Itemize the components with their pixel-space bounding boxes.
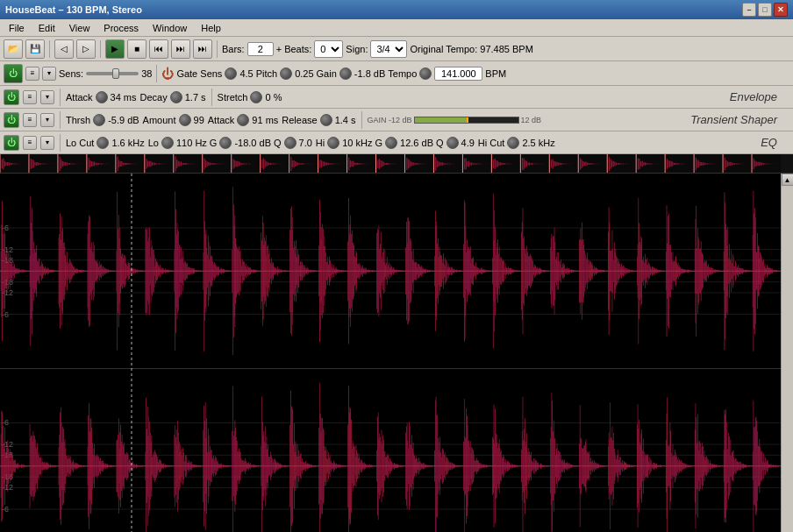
stop-button[interactable]: ■ [127, 39, 146, 59]
lo-q-label: Q [274, 138, 282, 148]
close-button[interactable]: ✕ [774, 3, 788, 17]
save-button[interactable]: 💾 [25, 39, 45, 59]
hi-g-label: G [375, 138, 382, 148]
open-button[interactable]: 📂 [4, 39, 23, 59]
hi-value: 10 kHz [342, 138, 372, 148]
eq-power[interactable]: ⏻ [4, 135, 19, 151]
locut-knob[interactable] [96, 137, 109, 149]
lo-g-knob[interactable] [219, 137, 232, 149]
thrsh-group: Thrsh -5.9 dB [66, 114, 139, 126]
minimize-button[interactable]: – [742, 3, 756, 17]
eq-cfg[interactable]: ≡ [23, 136, 37, 150]
menu-window[interactable]: Window [146, 21, 194, 35]
hicut-value: 2.5 kHz [522, 138, 554, 148]
gate-value: 4.5 [239, 68, 253, 79]
menu-file[interactable]: File [2, 21, 32, 35]
sep-t2-1 [156, 65, 157, 82]
attack-value: 34 ms [111, 92, 137, 103]
sign-select[interactable]: 3/44/46/8 [370, 40, 407, 58]
amount-knob[interactable] [179, 114, 191, 126]
attack-knob[interactable] [96, 91, 108, 103]
gate-icon: ⏻ [161, 67, 174, 81]
stretch-value: 0 % [265, 92, 282, 103]
lo-q-knob[interactable] [284, 137, 296, 149]
sep-2 [100, 40, 101, 58]
gain-value: -1.8 dB [354, 68, 385, 79]
eq-cfg2[interactable]: ▾ [40, 136, 54, 150]
release-knob[interactable] [320, 114, 332, 126]
env-cfg2[interactable]: ▾ [40, 90, 54, 104]
menu-bar: File Edit View Process Window Help [0, 19, 793, 37]
sep-1 [49, 40, 50, 58]
trans-attack-knob[interactable] [237, 114, 249, 126]
lo-group: Lo 110 Hz G -18.0 dB Q 7.0 [148, 137, 312, 149]
stretch-knob[interactable] [250, 91, 262, 103]
env-power[interactable]: ⏻ [4, 89, 19, 105]
end-button[interactable]: ⏭ [193, 39, 212, 59]
decay-value: 1.7 s [185, 92, 206, 103]
scroll-up[interactable]: ▲ [782, 174, 794, 186]
lo-label: Lo [148, 138, 159, 148]
locut-label: Lo Cut [66, 138, 94, 148]
transient-row: ⏻ ≡ ▾ Thrsh -5.9 dB Amount 99 Attack 91 … [0, 109, 793, 131]
maximize-button[interactable]: □ [758, 3, 772, 17]
toolbar-2: ⏻ ≡ ▾ Sens: 38 ⏻ Gate Sens 4.5 Pitch 0.2… [0, 61, 793, 86]
waveform-canvas[interactable] [0, 174, 781, 532]
stretch-group: Stretch 0 % [218, 91, 282, 103]
next-button[interactable]: ⏭ [171, 39, 190, 59]
menu-edit[interactable]: Edit [32, 21, 62, 35]
menu-view[interactable]: View [62, 21, 97, 35]
prev-button[interactable]: ⏮ [149, 39, 168, 59]
lo-g-value: -18.0 dB [234, 138, 271, 148]
back-button[interactable]: ◁ [54, 39, 74, 59]
decay-knob[interactable] [170, 91, 182, 103]
gain-knob[interactable] [339, 67, 352, 80]
hi-knob[interactable] [327, 137, 339, 149]
overview-strip[interactable] [0, 154, 793, 174]
hi-group: Hi 10 kHz G 12.6 dB Q 4.9 [316, 137, 475, 149]
hi-q-label: Q [436, 138, 444, 148]
envelope-title: Envelope [730, 90, 777, 103]
trans-power[interactable]: ⏻ [4, 112, 19, 128]
sens-slider[interactable] [86, 72, 139, 75]
gate-knob[interactable] [225, 67, 237, 80]
tempo-value[interactable]: 141.000 [434, 67, 482, 81]
trans-cfg2[interactable]: ▾ [40, 113, 54, 127]
decay-label: Decay [140, 92, 168, 103]
hi-g-value: 12.6 dB [400, 138, 433, 148]
trans-cfg[interactable]: ≡ [23, 113, 37, 127]
hi-q-value: 4.9 [461, 138, 475, 148]
thrsh-value: -5.9 dB [108, 115, 139, 125]
lo-knob[interactable] [161, 137, 174, 149]
play-button[interactable]: ▶ [105, 39, 125, 59]
thrsh-knob[interactable] [93, 114, 105, 126]
hicut-label: Hi Cut [478, 138, 505, 148]
pitch-label: Pitch [256, 68, 277, 79]
bars-value[interactable]: 2 [247, 42, 274, 56]
hi-g-knob[interactable] [385, 137, 397, 149]
menu-help[interactable]: Help [194, 21, 228, 35]
cfg-btn-2[interactable]: ≡ [25, 67, 39, 81]
hi-q-knob[interactable] [447, 137, 459, 149]
tempo-unit: BPM [485, 68, 506, 79]
menu-process[interactable]: Process [96, 21, 146, 35]
gain-label2: Gain [317, 68, 337, 79]
hicut-knob[interactable] [507, 137, 519, 149]
pitch-value: 0.25 [295, 68, 313, 79]
sep-trans2 [361, 111, 362, 129]
pitch-knob[interactable] [280, 67, 292, 80]
beats-select[interactable]: 0123 [314, 40, 343, 58]
hicut-group: Hi Cut 2.5 kHz [478, 137, 555, 149]
locut-value: 1.6 kHz [111, 138, 144, 148]
cfg-btn-2b[interactable]: ▾ [42, 67, 56, 81]
trans-attack-label: Attack [208, 115, 235, 125]
original-tempo-value: 97.485 BPM [480, 44, 533, 54]
tempo-knob[interactable] [419, 67, 432, 80]
fwd-button[interactable]: ▷ [76, 39, 96, 59]
power-btn-2[interactable]: ⏻ [4, 64, 23, 83]
vscrollbar[interactable]: ▲ ▼ [781, 174, 793, 532]
lo-g-label: G [210, 138, 218, 148]
env-cfg[interactable]: ≡ [23, 90, 37, 104]
release-group: Release 1.4 s [282, 114, 355, 126]
amount-label: Amount [143, 115, 176, 125]
